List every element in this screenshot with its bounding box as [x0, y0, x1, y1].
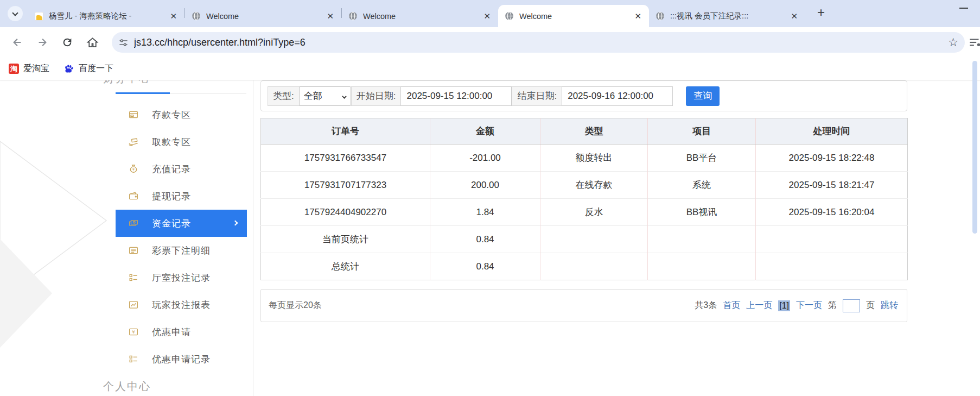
- jump-suffix-text: 页: [866, 300, 875, 311]
- list-icon: [129, 246, 138, 255]
- page-scrollbar-thumb[interactable]: [972, 61, 977, 234]
- col-header-type: 类型: [540, 118, 648, 144]
- browser-tab-3[interactable]: Welcome ✕: [342, 5, 498, 27]
- close-icon[interactable]: ✕: [326, 11, 335, 21]
- sidebar-item-withdrawal-records[interactable]: 提现记录: [116, 183, 247, 210]
- url-field[interactable]: js13.cc/hhcp/usercenter.html?iniType=6 ☆: [112, 32, 965, 53]
- site-settings-tune-icon: [118, 37, 129, 48]
- forward-button[interactable]: [33, 33, 52, 52]
- close-icon[interactable]: ✕: [633, 11, 642, 21]
- sidebar-item-player-bet-report[interactable]: 玩家投注报表: [116, 291, 247, 318]
- back-arrow-icon: [11, 36, 23, 48]
- cell-order-no: 1757931766733547: [261, 144, 430, 172]
- sidebar-item-recharge-records[interactable]: ¥ 充值记录: [116, 155, 247, 183]
- cell-process-time: 2025-09-15 18:22:48: [756, 144, 908, 172]
- deposit-card-icon: [129, 110, 138, 120]
- browser-tab-1[interactable]: 杨雪儿 - 海燕策略论坛 - ✕: [28, 5, 184, 27]
- prev-page-link[interactable]: 上一页: [746, 300, 772, 311]
- sidebar-item-hall-bet-records[interactable]: 厅室投注记录: [116, 264, 247, 291]
- col-header-project: 项目: [648, 118, 756, 144]
- sidebar-item-label: 提现记录: [152, 190, 191, 203]
- sidebar: 财务中心 存款专区 取款专区 ¥ 充值记录 提现记录 资金记录: [101, 80, 253, 396]
- sidebar-item-promo-apply[interactable]: ¥ 优惠申请: [116, 318, 247, 345]
- close-icon[interactable]: ✕: [790, 11, 799, 21]
- table-row: 1757924404902270 1.84 反水 BB视讯 2025-09-15…: [261, 199, 908, 226]
- home-icon: [86, 36, 99, 49]
- sidebar-item-promo-apply-records[interactable]: 优惠申请记录: [116, 345, 247, 373]
- back-button[interactable]: [8, 33, 27, 52]
- end-date-input[interactable]: [562, 86, 673, 106]
- first-page-link[interactable]: 首页: [723, 300, 740, 311]
- sidebar-menu: 存款专区 取款专区 ¥ 充值记录 提现记录 资金记录 彩票下注明细: [101, 101, 253, 373]
- chevron-down-icon: [342, 94, 346, 98]
- start-date-input[interactable]: [400, 86, 512, 106]
- bookmark-star-icon[interactable]: ☆: [948, 36, 958, 49]
- sidebar-item-label: 厅室投注记录: [152, 272, 211, 284]
- browser-tab-5[interactable]: :::视讯 会员下注纪录::: ✕: [649, 5, 805, 27]
- cell-type: 额度转出: [540, 144, 648, 172]
- divider: [170, 93, 246, 93]
- reload-button[interactable]: [58, 33, 77, 52]
- svg-text:¥: ¥: [132, 167, 135, 172]
- cell-amount: -201.00: [430, 144, 540, 172]
- window-minimize-button[interactable]: [959, 8, 968, 9]
- close-icon[interactable]: ✕: [169, 11, 178, 21]
- browser-tab-4-active[interactable]: Welcome ✕: [498, 5, 649, 27]
- sidebar-item-fund-records[interactable]: 资金记录: [116, 210, 247, 237]
- next-page-link[interactable]: 下一页: [796, 300, 822, 311]
- bookmark-baidu[interactable]: 百度一下: [63, 63, 113, 74]
- cell-project: BB平台: [648, 144, 756, 172]
- globe-favicon-icon: [348, 11, 358, 21]
- bookmark-label: 百度一下: [79, 63, 113, 74]
- browser-tab-2[interactable]: Welcome ✕: [185, 5, 341, 27]
- new-tab-button[interactable]: +: [813, 5, 829, 20]
- sidebar-footer-title: 个人中心: [103, 379, 151, 394]
- taobao-icon: 淘: [9, 64, 19, 74]
- close-icon[interactable]: ✕: [482, 11, 492, 21]
- baidu-paw-icon: [63, 64, 74, 74]
- cell-label: 当前页统计: [261, 226, 430, 253]
- tab-search-button[interactable]: [8, 6, 23, 21]
- table-row-page-total: 当前页统计 0.84: [261, 226, 908, 253]
- current-page-indicator[interactable]: [1]: [778, 300, 790, 311]
- type-select[interactable]: 全部: [299, 86, 351, 106]
- cell-process-time: 2025-09-15 18:21:47: [756, 172, 908, 199]
- sidebar-item-label: 优惠申请记录: [152, 353, 211, 366]
- grid-list-icon: [129, 273, 138, 282]
- cell-type: 在线存款: [540, 172, 648, 199]
- reading-list-icon[interactable]: [968, 35, 980, 49]
- col-header-process-time: 处理时间: [756, 118, 908, 144]
- query-button[interactable]: 查询: [686, 86, 720, 106]
- bookmark-aitaobao[interactable]: 淘 爱淘宝: [9, 63, 49, 74]
- cell-empty: [648, 226, 756, 253]
- jump-prefix-text: 第: [828, 300, 837, 311]
- table-header-row: 订单号 金额 类型 项目 处理时间: [261, 118, 908, 144]
- globe-favicon-icon: [192, 11, 201, 21]
- pagination-bar: 每页显示20条 共3条 首页 上一页 [1] 下一页 第 页 跳转: [260, 289, 907, 322]
- sidebar-item-withdraw-zone[interactable]: 取款专区: [116, 128, 247, 155]
- cell-project: BB视讯: [648, 199, 756, 226]
- sidebar-item-lottery-bet-details[interactable]: 彩票下注明细: [116, 237, 247, 264]
- cell-empty: [540, 226, 648, 253]
- active-tab-underline: [116, 92, 170, 94]
- cell-order-no: 1757931707177323: [261, 172, 430, 199]
- page-jump-input[interactable]: [843, 299, 860, 312]
- cell-empty: [540, 253, 648, 280]
- page-content: 财务中心 存款专区 取款专区 ¥ 充值记录 提现记录 资金记录: [0, 80, 980, 396]
- jump-button[interactable]: 跳转: [881, 300, 898, 311]
- home-button[interactable]: [82, 33, 102, 52]
- withdraw-hand-icon: [129, 137, 138, 147]
- sidebar-section-title: 财务中心: [103, 80, 151, 86]
- svg-text:¥: ¥: [132, 330, 135, 335]
- globe-favicon-icon: [656, 11, 665, 21]
- start-date-label: 开始日期:: [351, 86, 402, 106]
- tab-strip: 杨雪儿 - 海燕策略论坛 - ✕ Welcome ✕ Welcome ✕ Wel…: [0, 0, 980, 27]
- cell-order-no: 1757924404902270: [261, 199, 430, 226]
- sidebar-item-deposit-zone[interactable]: 存款专区: [116, 101, 247, 128]
- globe-favicon-icon: [505, 11, 514, 21]
- tab-title: Welcome: [363, 12, 477, 21]
- total-count-text: 共3条: [695, 300, 717, 311]
- forward-arrow-icon: [36, 36, 48, 48]
- col-header-amount: 金额: [430, 118, 540, 144]
- sidebar-item-label: 彩票下注明细: [152, 244, 211, 257]
